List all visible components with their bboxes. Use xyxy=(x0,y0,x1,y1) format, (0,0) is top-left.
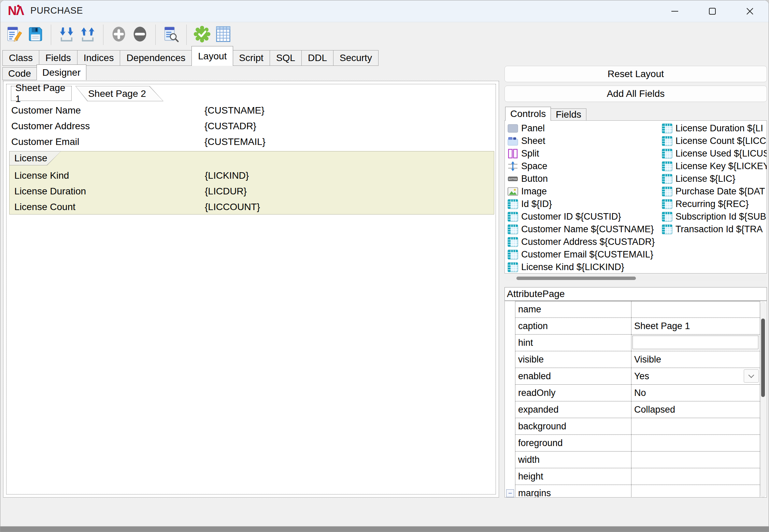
tab-controls[interactable]: Controls xyxy=(505,107,551,121)
tab-script[interactable]: Script xyxy=(233,50,270,66)
designer-field-license-count[interactable]: License Count {LICCOUNT} xyxy=(10,199,494,215)
property-row-readonly[interactable]: − readOnly No xyxy=(505,385,760,401)
scrollbar-thumb[interactable] xyxy=(516,277,636,280)
property-row-background[interactable]: − background xyxy=(505,418,760,435)
tab-securty[interactable]: Securty xyxy=(333,50,379,66)
property-row-foreground[interactable]: − foreground xyxy=(505,435,760,452)
property-grid-scrollbar[interactable] xyxy=(760,302,766,497)
toolbar-button[interactable] xyxy=(4,24,25,45)
toolbar-button[interactable] xyxy=(56,24,77,45)
property-value[interactable]: No xyxy=(631,385,760,401)
tab-designer[interactable]: Designer xyxy=(37,64,86,80)
property-name[interactable]: name xyxy=(515,301,631,318)
tab-layout[interactable]: Layout xyxy=(191,46,233,66)
sheet-page-2-tab[interactable]: Sheet Page 2 xyxy=(71,86,163,101)
designer-field-customer-address[interactable]: Customer Address {CUSTADR} xyxy=(6,118,496,134)
palette-item-purchase-date-dat[interactable]: Purchase Date ${DAT xyxy=(662,185,767,198)
property-value[interactable] xyxy=(631,418,760,435)
property-value[interactable]: Visible xyxy=(631,351,760,368)
toolbar-button[interactable] xyxy=(191,24,213,45)
property-row-expanded[interactable]: − expanded Collapsed xyxy=(505,401,760,418)
property-value[interactable] xyxy=(631,485,760,498)
palette-item-image[interactable]: Image xyxy=(508,185,661,198)
tab-code[interactable]: Code xyxy=(2,67,37,80)
property-row-width[interactable]: − width xyxy=(505,452,760,468)
designer-canvas[interactable]: Sheet Page 1 Sheet Page 2 Customer Name … xyxy=(3,81,499,498)
license-group[interactable]: License License Kind {LICKIND} License D… xyxy=(9,151,494,215)
palette-item-customer-address-custadr[interactable]: Customer Address ${CUSTADR} xyxy=(508,236,661,248)
property-value[interactable]: Collapsed xyxy=(631,401,760,418)
property-name[interactable]: background xyxy=(515,418,631,435)
maximize-button[interactable] xyxy=(694,0,731,22)
property-value[interactable] xyxy=(631,468,760,485)
sheet-control[interactable]: Sheet Page 1 Sheet Page 2 Customer Name … xyxy=(6,84,496,494)
minimize-button[interactable] xyxy=(656,0,694,22)
sheet-page-1-tab[interactable]: Sheet Page 1 xyxy=(11,86,72,101)
tab-fields[interactable]: Fields xyxy=(39,50,77,66)
hint-text-input[interactable] xyxy=(632,336,758,349)
scrollbar-thumb[interactable] xyxy=(761,319,765,397)
property-row-height[interactable]: − height xyxy=(505,468,760,485)
palette-item-button[interactable]: BUTTON Button xyxy=(508,173,661,185)
property-value[interactable]: Yes xyxy=(631,368,760,385)
property-name[interactable]: hint xyxy=(515,335,631,351)
property-value[interactable] xyxy=(631,301,760,318)
designer-field-customer-name[interactable]: Customer Name {CUSTNAME} xyxy=(6,103,496,118)
property-row-caption[interactable]: − caption Sheet Page 1 xyxy=(505,318,760,335)
palette-item-license-duration-li[interactable]: License Duration ${LI xyxy=(662,122,767,135)
toolbar-button[interactable] xyxy=(25,24,46,45)
reset-layout-button[interactable]: Reset Layout xyxy=(504,66,767,82)
property-name[interactable]: readOnly xyxy=(515,385,631,401)
property-value[interactable]: Sheet Page 1 xyxy=(631,318,760,335)
palette-item-space[interactable]: Space xyxy=(508,160,661,173)
palette-item-id-id[interactable]: Id ${ID} xyxy=(508,198,661,210)
property-value[interactable] xyxy=(631,435,760,452)
license-group-tab[interactable]: License xyxy=(9,151,61,165)
palette-item-sheet[interactable]: Sheet xyxy=(508,135,661,147)
palette-item-transaction-id-tra[interactable]: Transaction Id ${TRA xyxy=(662,223,767,236)
collapse-expander-icon[interactable]: − xyxy=(506,489,514,497)
property-value[interactable] xyxy=(631,335,760,351)
property-row-visible[interactable]: − visible Visible xyxy=(505,351,760,368)
tab-indices[interactable]: Indices xyxy=(77,50,120,66)
palette-item-customer-email-custemail[interactable]: Customer Email ${CUSTEMAIL} xyxy=(508,248,661,261)
palette-item-split[interactable]: Split xyxy=(508,147,661,160)
tab-class[interactable]: Class xyxy=(2,50,39,66)
designer-field-license-kind[interactable]: License Kind {LICKIND} xyxy=(10,168,494,183)
property-name[interactable]: expanded xyxy=(515,401,631,418)
property-row-enabled[interactable]: − enabled Yes xyxy=(505,368,760,385)
property-row-margins[interactable]: − margins xyxy=(505,485,760,498)
tab-sql[interactable]: SQL xyxy=(270,50,302,66)
toolbar-button[interactable] xyxy=(160,24,182,45)
property-row-name[interactable]: − name xyxy=(505,301,760,318)
property-name[interactable]: width xyxy=(515,452,631,468)
property-row-hint[interactable]: − hint xyxy=(505,335,760,351)
dropdown-button[interactable] xyxy=(744,369,759,383)
palette-item-license-key-lickey[interactable]: License Key ${LICKEY xyxy=(662,160,767,173)
property-name[interactable]: caption xyxy=(515,318,631,335)
palette-item-recurring-rec[interactable]: Recurring ${REC} xyxy=(662,198,767,210)
toolbar-button[interactable] xyxy=(77,24,98,45)
palette-item-license-lic[interactable]: License ${LIC} xyxy=(662,173,767,185)
property-name[interactable]: margins xyxy=(515,485,631,498)
palette-item-license-count-licc[interactable]: License Count ${LICC xyxy=(662,135,767,147)
property-value[interactable] xyxy=(631,452,760,468)
property-name[interactable]: enabled xyxy=(515,368,631,385)
property-name[interactable]: foreground xyxy=(515,435,631,452)
tab-ddl[interactable]: DDL xyxy=(302,50,333,66)
toolbar-button[interactable] xyxy=(213,24,234,45)
palette-item-subscription-id-sub[interactable]: Subscription Id ${SUB xyxy=(662,210,767,223)
tab-dependences[interactable]: Dependences xyxy=(120,50,192,66)
palette-item-customer-id-custid[interactable]: Customer ID ${CUSTID} xyxy=(508,210,661,223)
palette-item-panel[interactable]: Panel xyxy=(508,122,661,135)
designer-field-customer-email[interactable]: Customer Email {CUSTEMAIL} xyxy=(6,134,496,150)
palette-item-license-kind-lickind[interactable]: License Kind ${LICKIND} xyxy=(508,261,661,274)
property-name[interactable]: visible xyxy=(515,351,631,368)
palette-item-customer-name-custname[interactable]: Customer Name ${CUSTNAME} xyxy=(508,223,661,236)
add-all-fields-button[interactable]: Add All Fields xyxy=(504,86,767,102)
toolbar-button[interactable] xyxy=(129,24,151,45)
close-button[interactable] xyxy=(731,0,769,22)
toolbar-button[interactable] xyxy=(108,24,129,45)
palette-horizontal-scrollbar[interactable] xyxy=(504,276,767,281)
property-name[interactable]: height xyxy=(515,468,631,485)
